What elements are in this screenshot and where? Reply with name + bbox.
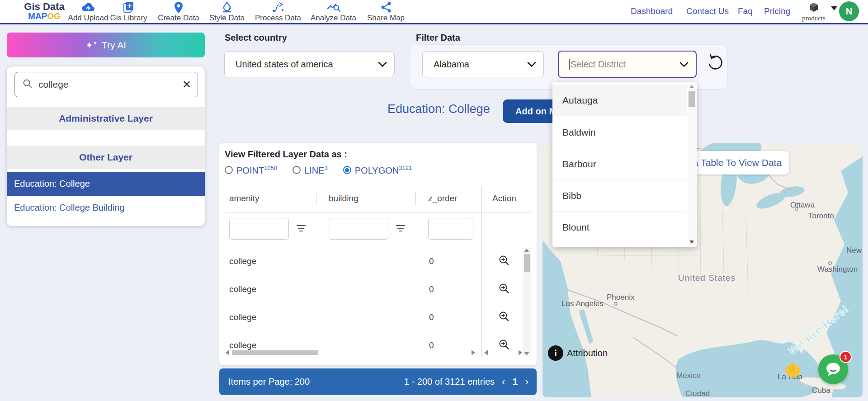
chevron-down-icon xyxy=(679,59,689,70)
products-menu[interactable]: products xyxy=(801,2,826,22)
map-label-new-york: New Yo xyxy=(846,246,863,255)
filter-icon[interactable] xyxy=(396,224,406,235)
nav-link-pricing[interactable]: Pricing xyxy=(764,6,790,16)
cell-z-order: 0 xyxy=(429,256,434,266)
radio-point[interactable] xyxy=(225,166,233,174)
reset-filter-button[interactable] xyxy=(705,53,724,72)
scroll-left-icon[interactable] xyxy=(226,350,229,355)
nav-link-faq[interactable]: Faq xyxy=(738,6,753,16)
amenity-filter-input[interactable] xyxy=(229,218,289,240)
close-icon[interactable]: ✕ xyxy=(182,78,191,91)
map-label-united-states: United States xyxy=(678,273,736,283)
scroll-down-icon[interactable] xyxy=(689,241,694,244)
search-input[interactable] xyxy=(38,79,170,90)
state-select[interactable]: Alabama xyxy=(422,51,544,77)
library-icon xyxy=(100,1,157,13)
nav-link-contact-us[interactable]: Contact Us xyxy=(686,6,729,16)
country-value: United states of america xyxy=(236,59,333,70)
cube-icon xyxy=(808,6,819,14)
z-order-filter-input[interactable] xyxy=(428,218,473,240)
filter-icon[interactable] xyxy=(296,224,306,235)
map-pin-icon xyxy=(149,1,208,13)
nav-share-map[interactable]: Share Map xyxy=(360,1,412,23)
table-row[interactable]: college 0 xyxy=(225,248,531,276)
vertical-scrollbar[interactable] xyxy=(523,248,531,356)
user-avatar[interactable]: N xyxy=(839,1,859,21)
point-count: 1050 xyxy=(264,165,277,171)
city-marker xyxy=(614,302,618,306)
country-select[interactable]: United states of america xyxy=(224,51,395,77)
scroll-left-icon[interactable] xyxy=(484,350,488,355)
district-option[interactable]: Barbour xyxy=(552,148,687,180)
map-label-cuba: Cuba xyxy=(812,386,830,395)
scroll-up-icon[interactable] xyxy=(689,85,694,88)
entries-range: 1 - 200 of 3121 entries xyxy=(404,377,495,387)
col-z-order: z_order xyxy=(428,193,457,203)
filter-data-label: Filter Data xyxy=(416,33,460,43)
scroll-right-icon[interactable] xyxy=(472,350,475,355)
district-dropdown-list: Autauga Baldwin Barbour Bibb Blount xyxy=(552,82,697,247)
nav-link-dashboard[interactable]: Dashboard xyxy=(631,6,673,16)
table-row[interactable]: college 0 xyxy=(225,304,531,332)
nav-label: Create Data xyxy=(158,14,199,22)
col-action: Action xyxy=(492,193,516,203)
district-option[interactable]: Bibb xyxy=(552,180,687,212)
radio-line[interactable] xyxy=(292,166,301,174)
table-row[interactable]: college 0 xyxy=(225,276,531,304)
attribution-control[interactable]: i Attribution xyxy=(548,345,608,361)
chevron-down-icon[interactable] xyxy=(831,6,837,10)
radio-polygon[interactable] xyxy=(343,166,351,174)
scrollbar-thumb[interactable] xyxy=(524,254,530,272)
try-ai-label: Try AI xyxy=(102,40,126,51)
sidebar-item-education-college[interactable]: Education: College xyxy=(7,172,205,196)
zoom-in-icon[interactable] xyxy=(498,255,510,269)
table-header-row: amenity building z_order Action xyxy=(225,186,531,212)
filtered-data-panel: View Filtered Layer Data as : POINT1050 … xyxy=(219,143,537,365)
scroll-right-icon[interactable] xyxy=(519,350,522,355)
data-table: amenity building z_order Action xyxy=(225,186,531,357)
try-ai-button[interactable]: ✦✦ Try AI xyxy=(7,33,205,57)
zoom-in-icon[interactable] xyxy=(498,311,510,325)
district-option[interactable]: Autauga xyxy=(552,85,687,116)
nav-label: Process Data xyxy=(255,14,301,22)
process-flow-icon xyxy=(247,1,309,13)
analyze-chart-icon xyxy=(303,1,364,13)
current-page[interactable]: 1 xyxy=(512,376,518,388)
action-horizontal-scrollbar[interactable] xyxy=(483,349,523,356)
building-filter-input[interactable] xyxy=(329,218,388,240)
prev-page-icon[interactable]: ‹ xyxy=(502,376,505,388)
cell-z-order: 0 xyxy=(429,284,434,294)
items-per-page: Items per Page: 200 xyxy=(228,377,310,387)
scroll-down-icon[interactable] xyxy=(524,352,529,355)
next-page-icon[interactable]: › xyxy=(525,376,528,388)
zoom-in-icon[interactable] xyxy=(498,283,510,297)
nav-gis-library[interactable]: Gis Library xyxy=(100,1,157,23)
nav-style-data[interactable]: Style Data xyxy=(200,1,254,23)
col-amenity: amenity xyxy=(229,193,259,203)
horizontal-scrollbar[interactable] xyxy=(225,349,476,356)
cell-amenity: college xyxy=(229,312,256,322)
geometry-radio-group: POINT1050 LINE3 POLYGON3121 xyxy=(225,165,412,176)
scroll-up-icon[interactable] xyxy=(524,249,529,252)
nav-create-data[interactable]: Create Data xyxy=(149,1,208,23)
cell-z-order: 0 xyxy=(429,312,434,322)
dropdown-scrollbar[interactable] xyxy=(688,83,696,246)
radio-line-label[interactable]: LINE3 xyxy=(304,165,328,176)
nav-process-data[interactable]: Process Data xyxy=(247,1,309,23)
sidebar-item-education-college-building[interactable]: Education: College Building xyxy=(7,196,205,220)
map-label-mexico: México xyxy=(676,371,701,380)
reset-icon xyxy=(705,53,724,72)
map-label-washington: Washington xyxy=(817,265,858,274)
selected-layer-title: Education: College xyxy=(387,102,490,116)
district-option[interactable]: Blount xyxy=(552,212,687,243)
select-country-label: Select country xyxy=(225,33,287,43)
radio-polygon-label[interactable]: POLYGON3121 xyxy=(355,165,412,176)
nav-analyze-data[interactable]: Analyze Data xyxy=(303,1,364,23)
scrollbar-thumb[interactable] xyxy=(232,350,318,355)
view-as-label: View Filtered Layer Data as : xyxy=(225,149,347,160)
scrollbar-thumb[interactable] xyxy=(689,91,695,107)
district-option[interactable]: Baldwin xyxy=(552,117,687,148)
district-select[interactable]: Select District xyxy=(558,51,697,78)
map-label-ottawa: Ottawa xyxy=(790,201,815,210)
radio-point-label[interactable]: POINT1050 xyxy=(236,165,277,176)
